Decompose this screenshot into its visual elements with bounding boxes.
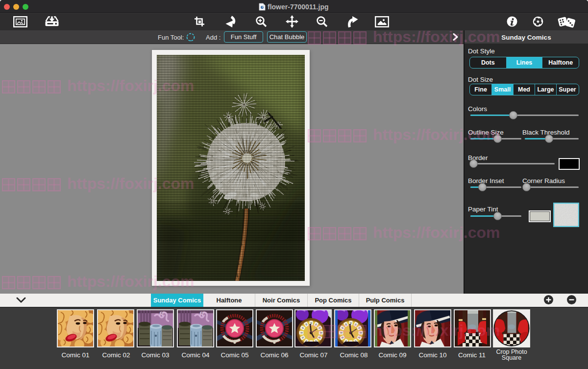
svg-text:II: II: [319, 332, 323, 334]
svg-text:R: R: [159, 311, 164, 318]
svg-text:II: II: [340, 332, 343, 334]
svg-text:II: II: [300, 332, 303, 334]
svg-text:II: II: [359, 332, 363, 334]
svg-text:R: R: [199, 311, 204, 318]
